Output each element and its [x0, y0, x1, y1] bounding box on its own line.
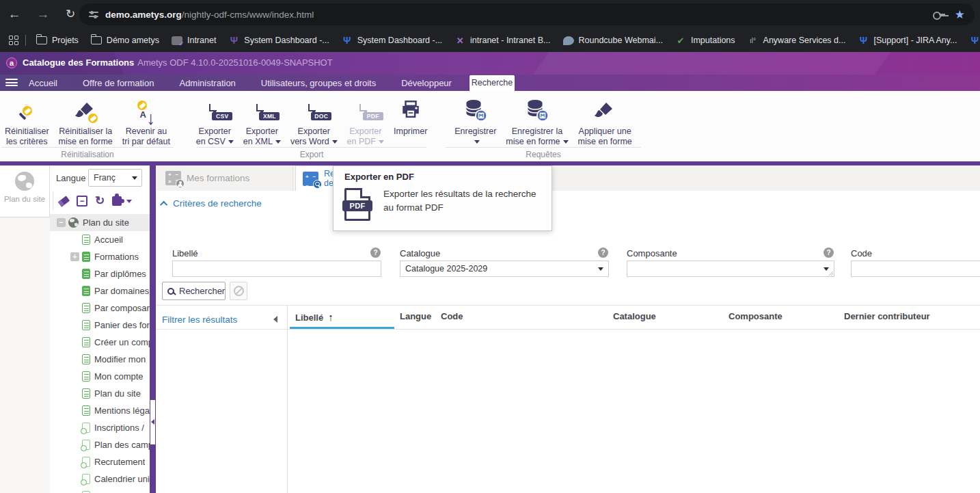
- panel-collapse-handle[interactable]: [150, 400, 155, 444]
- bookmark-roundcube-webmai[interactable]: Roundcube Webmai...: [557, 33, 669, 48]
- ribbon-button-appliquer-une-mise-en-forme[interactable]: Appliquer unemise en forme: [573, 96, 637, 148]
- filter-results-title[interactable]: Filtrer les résultats: [162, 315, 237, 325]
- toolbar-chevron-down-icon[interactable]: [126, 200, 132, 203]
- field-input-catalogue[interactable]: Catalogue 2025-2029: [400, 261, 609, 277]
- ribbon-button-exporter-vers-word[interactable]: DOCExportervers Word: [286, 96, 342, 148]
- password-key-icon[interactable]: [933, 11, 945, 18]
- help-icon[interactable]: ?: [598, 248, 608, 258]
- globe-icon: [68, 217, 79, 228]
- main-panel: +−×7 Mes formations +−×7 Recherchedes fo…: [156, 165, 980, 493]
- ribbon-button-exporter-en-xml[interactable]: XMLExporteren XML: [239, 96, 286, 148]
- ribbon-button-enregistrer[interactable]: Enregistrer: [450, 96, 501, 148]
- ribbon-button-enregistrer-la-mise-en-forme[interactable]: Enregistrer lamise en forme: [501, 96, 573, 148]
- ribbon-button-reinitialiser-les-criteres[interactable]: ?Réinitialiserles critères: [0, 96, 54, 148]
- cancel-icon: [234, 286, 244, 296]
- field-input-composante[interactable]: [627, 261, 834, 277]
- tree-item-item[interactable]: [50, 488, 150, 493]
- roundcube-icon: [563, 36, 574, 45]
- person-badge-icon: [176, 179, 185, 188]
- plugin-icon[interactable]: [112, 196, 122, 206]
- ribbon-tab-utilisateurs-groupes-et-droits[interactable]: Utilisateurs, groupes et droits: [261, 78, 376, 88]
- address-bar[interactable]: demo.ametys.org/nightly-odf-cms/www/inde…: [79, 3, 975, 25]
- eraser-badge-icon: [87, 112, 99, 124]
- hamburger-menu-icon[interactable]: [5, 79, 18, 87]
- collapse-left-icon[interactable]: [273, 316, 277, 323]
- bookmark-intranet[interactable]: Intranet: [165, 33, 222, 48]
- tree-item-par-diplomes[interactable]: Par diplômes: [50, 265, 150, 282]
- ribbon-tab-developpeur[interactable]: Développeur: [401, 78, 452, 88]
- help-icon[interactable]: ?: [370, 248, 381, 258]
- ribbon-button-exporter-en-pdf[interactable]: PDFExporteren PDF: [342, 96, 389, 148]
- field-input-code[interactable]: [851, 261, 980, 277]
- help-icon[interactable]: ?: [824, 248, 834, 258]
- tree-item-plan-des-camp[interactable]: Plan des camp: [50, 436, 150, 453]
- forward-icon[interactable]: →: [36, 7, 51, 22]
- column-header-catalogue[interactable]: Catalogue: [613, 311, 656, 321]
- file-csv-icon: CSV: [213, 106, 216, 116]
- tree-item-panier-des-for[interactable]: Panier des for: [50, 317, 150, 334]
- printer-icon: [400, 99, 422, 123]
- tree-item-mentions-lega[interactable]: Mentions léga: [50, 402, 150, 419]
- bookmark-support[interactable]: [Support]: [964, 32, 980, 49]
- ribbon-button-imprimer[interactable]: Imprimer: [389, 96, 432, 138]
- field-input-libelle[interactable]: [172, 261, 381, 277]
- tree-item-par-domaines[interactable]: Par domaines: [50, 282, 150, 299]
- tree-item-modifier-mon[interactable]: Modifier mon: [50, 351, 150, 368]
- expander-plus-icon[interactable]: +: [70, 252, 79, 261]
- search-button[interactable]: Rechercher: [162, 282, 226, 300]
- bookmark-intranet-intranet-b[interactable]: intranet - Intranet B...: [448, 32, 556, 49]
- column-header-langue[interactable]: Langue: [400, 311, 431, 321]
- site-info-icon[interactable]: [89, 10, 98, 18]
- ribbon-button-exporter-en-csv[interactable]: CSVExporteren CSV: [191, 96, 239, 148]
- reload-icon[interactable]: ↻: [63, 7, 78, 22]
- bookmark-imputations[interactable]: Imputations: [669, 32, 741, 49]
- page-icon: [82, 303, 90, 313]
- tree-item-calendrier-uni[interactable]: Calendrier uni: [50, 470, 150, 488]
- tab-mes-formations[interactable]: +−×7 Mes formations: [159, 165, 293, 191]
- sitemap-toolbar: − ↻: [53, 191, 132, 211]
- chevron-up-icon: [160, 200, 167, 208]
- ribbon-group-requetes: EnregistrerEnregistrer lamise en formeAp…: [446, 91, 641, 161]
- tree-item-inscriptions[interactable]: Inscriptions /: [50, 419, 150, 436]
- bookmark-support-jira-any[interactable]: [Support] - JIRA Any...: [852, 32, 963, 49]
- language-select[interactable]: Franç: [88, 169, 142, 187]
- ribbon-tab-bar: AccueilOffre de formationAdministrationU…: [0, 75, 980, 91]
- bookmark-demo-ametys[interactable]: Démo ametys: [85, 33, 165, 48]
- ribbon-tab-administration[interactable]: Administration: [179, 78, 235, 88]
- ribbon-tab-offre-de-formation[interactable]: Offre de formation: [83, 78, 154, 88]
- bookmark-star-icon[interactable]: ★: [955, 9, 965, 21]
- apps-grid-icon[interactable]: [9, 36, 18, 45]
- tab-label: Mes formations: [187, 173, 249, 183]
- bookmark-system-dashboard[interactable]: System Dashboard -...: [336, 32, 448, 49]
- search-button-label: Rechercher: [179, 286, 225, 296]
- ribbon-button-revenir-au-tri-par-defaut[interactable]: ↓ARevenir autri par défaut: [118, 96, 175, 148]
- collapse-all-icon[interactable]: −: [77, 196, 87, 206]
- eraser-icon[interactable]: [58, 196, 70, 206]
- tree-item-mon-compte[interactable]: Mon compte: [50, 368, 150, 385]
- bookmark-anyware-services-d[interactable]: Anyware Services d...: [741, 32, 852, 49]
- refresh-icon[interactable]: ↻: [95, 196, 105, 206]
- column-header-libelle[interactable]: Libellé↑: [295, 311, 334, 323]
- eraser-badge-icon: [21, 105, 33, 117]
- ribbon-tab-recherche[interactable]: Recherche: [469, 75, 515, 91]
- expander-minus-icon[interactable]: −: [57, 218, 66, 227]
- column-header-dernier-contributeur[interactable]: Dernier contributeur: [844, 311, 930, 321]
- tool-tab-plan-du-site[interactable]: Plan du site: [0, 165, 50, 217]
- tree-item-plan-du-site[interactable]: Plan du site: [50, 385, 150, 402]
- cancel-search-button[interactable]: [230, 282, 247, 300]
- bookmark-system-dashboard[interactable]: System Dashboard -...: [222, 32, 335, 49]
- tree-item-par-composan[interactable]: Par composan: [50, 299, 150, 317]
- tree-item-formations[interactable]: +Formations: [50, 248, 150, 265]
- ribbon-button-reinitialiser-la-mise-en-forme[interactable]: Réinitialiser lamise en forme: [54, 96, 118, 148]
- tree-item-accueil[interactable]: Accueil: [50, 231, 150, 248]
- ribbon-tab-accueil[interactable]: Accueil: [29, 78, 57, 88]
- bookmark-projets[interactable]: Projets: [30, 33, 85, 48]
- back-icon[interactable]: ←: [7, 7, 22, 22]
- column-header-composante[interactable]: Composante: [729, 311, 782, 321]
- file-doc-icon: DOC: [312, 106, 315, 116]
- tree-item-recrutement[interactable]: Recrutement: [50, 453, 150, 470]
- tree-item-plan-du-site[interactable]: −Plan du site: [50, 214, 150, 231]
- tree-item-creer-un-comp[interactable]: Créer un comp: [50, 334, 150, 351]
- column-header-code[interactable]: Code: [441, 311, 463, 321]
- criteria-collapse-header[interactable]: Critères de recherche: [162, 198, 262, 209]
